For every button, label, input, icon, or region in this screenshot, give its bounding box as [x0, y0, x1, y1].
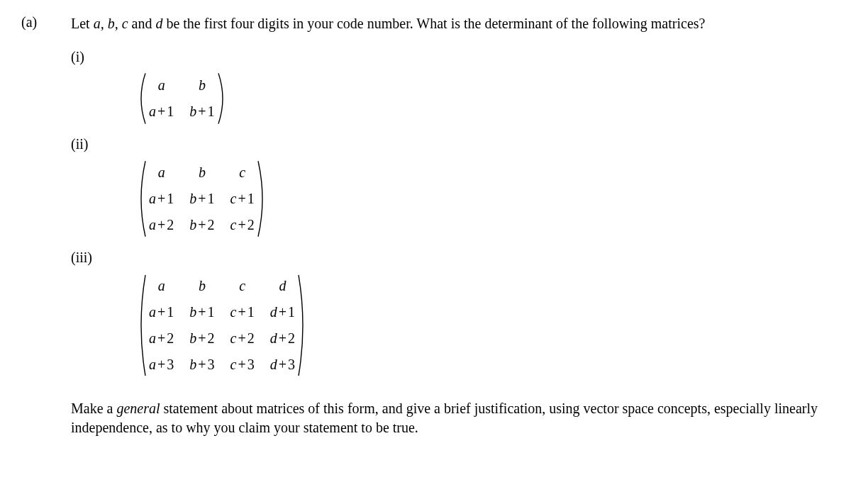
cell: a+1 — [149, 189, 174, 209]
plus-sign: + — [236, 217, 247, 233]
cell: c+2 — [230, 215, 255, 235]
cell: c+3 — [230, 354, 255, 375]
matrix-iii: a b c d a+1 b+1 c+1 d+1 a+2 b+2 c+2 d+2 … — [135, 273, 309, 378]
plus-sign: + — [196, 330, 207, 346]
question-mid: be the first four digits in your code nu… — [162, 16, 705, 31]
plus-sign: + — [236, 330, 247, 346]
subpart-iii: (iii) — [71, 248, 830, 266]
cell-var: a — [149, 357, 156, 372]
cell: a+1 — [149, 302, 174, 323]
matrix-i-grid: a b a+1 b+1 — [148, 72, 216, 125]
cell: d+3 — [270, 354, 295, 375]
matrix-iii-grid: a b c d a+1 b+1 c+1 d+1 a+2 b+2 c+2 d+2 … — [148, 273, 296, 378]
cell-var: b — [189, 217, 196, 233]
cell-var: a — [149, 217, 156, 233]
cell-var: d — [270, 330, 277, 346]
cell-var: b — [189, 330, 196, 346]
right-paren-icon — [256, 159, 269, 238]
cell-var: d — [270, 304, 277, 320]
cell-num: 2 — [208, 330, 215, 346]
cell-num: 1 — [208, 103, 215, 119]
var-d: d — [155, 16, 162, 31]
cell: c — [230, 162, 255, 183]
cell-var: b — [189, 103, 196, 119]
matrix-i-container: a b a+1 b+1 — [71, 68, 830, 135]
cell: c+1 — [230, 189, 255, 209]
cell: b+1 — [189, 101, 214, 122]
question-text: Let a, b, c and d be the first four digi… — [71, 14, 830, 33]
cell: b+2 — [189, 328, 214, 349]
cell-var: a — [149, 304, 156, 320]
cell: d — [270, 276, 295, 296]
cell: b+3 — [189, 354, 214, 375]
cell-num: 1 — [208, 191, 215, 206]
closing-general: general — [116, 401, 160, 416]
matrix-i: a b a+1 b+1 — [135, 72, 229, 125]
matrix-iii-container: a b c d a+1 b+1 c+1 d+1 a+2 b+2 c+2 d+2 … — [71, 269, 830, 388]
right-paren-icon — [216, 72, 229, 125]
plus-sign: + — [236, 191, 247, 206]
right-paren-icon — [296, 273, 309, 378]
cell-num: 3 — [288, 357, 295, 372]
plus-sign: + — [196, 191, 207, 206]
cell: b — [189, 276, 214, 296]
cell: a — [149, 75, 174, 96]
plus-sign: + — [236, 357, 247, 372]
cell-num: 2 — [167, 217, 174, 233]
matrix-ii-container: a b c a+1 b+1 c+1 a+2 b+2 c+2 — [71, 155, 830, 248]
cell: a+2 — [149, 215, 174, 235]
subpart-ii: (ii) — [71, 135, 830, 152]
plus-sign: + — [156, 330, 167, 346]
cell-num: 1 — [247, 191, 255, 206]
plus-sign: + — [277, 357, 288, 372]
left-paren-icon — [135, 273, 148, 378]
cell-num: 1 — [208, 304, 215, 320]
cell: a — [149, 162, 174, 183]
cell-num: 1 — [167, 191, 174, 206]
subpart-ii-label: (ii) — [71, 135, 135, 152]
cell-num: 2 — [247, 330, 255, 346]
cell-var: d — [270, 357, 277, 372]
cell: c — [230, 276, 255, 296]
problem-row: (a) Let a, b, c and d be the first four … — [21, 14, 830, 437]
cell: b+1 — [189, 302, 214, 323]
cell: b — [189, 162, 214, 183]
cell-var: b — [189, 357, 196, 372]
cell: c+1 — [230, 302, 255, 323]
plus-sign: + — [156, 191, 167, 206]
left-paren-icon — [135, 72, 148, 125]
cell-var: a — [149, 103, 156, 119]
left-paren-icon — [135, 159, 148, 238]
cell: b — [189, 75, 214, 96]
cell-num: 1 — [167, 103, 174, 119]
problem-content: Let a, b, c and d be the first four digi… — [71, 14, 830, 437]
cell: a+3 — [149, 354, 174, 375]
cell-num: 3 — [208, 357, 215, 372]
cell-num: 3 — [247, 357, 255, 372]
cell-var: b — [189, 304, 196, 320]
subpart-i: (i) — [71, 47, 830, 65]
cell-num: 2 — [247, 217, 255, 233]
subpart-i-label: (i) — [71, 47, 135, 65]
cell-var: a — [149, 191, 156, 206]
plus-sign: + — [277, 330, 288, 346]
plus-sign: + — [156, 217, 167, 233]
closing-text: Make a general statement about matrices … — [71, 399, 830, 437]
plus-sign: + — [156, 357, 167, 372]
cell: a+2 — [149, 328, 174, 349]
vars-abc: a, b, c — [94, 16, 128, 31]
cell-var: b — [189, 191, 196, 206]
cell-num: 1 — [167, 304, 174, 320]
closing-prefix: Make a — [71, 401, 116, 416]
cell-num: 2 — [288, 330, 295, 346]
cell-num: 3 — [167, 357, 174, 372]
matrix-ii-grid: a b c a+1 b+1 c+1 a+2 b+2 c+2 — [148, 159, 256, 238]
plus-sign: + — [156, 103, 167, 119]
cell: a+1 — [149, 101, 174, 122]
cell-num: 1 — [288, 304, 295, 320]
cell: b+1 — [189, 189, 214, 209]
plus-sign: + — [196, 357, 207, 372]
and-word: and — [128, 16, 156, 31]
cell: b+2 — [189, 215, 214, 235]
plus-sign: + — [236, 304, 247, 320]
